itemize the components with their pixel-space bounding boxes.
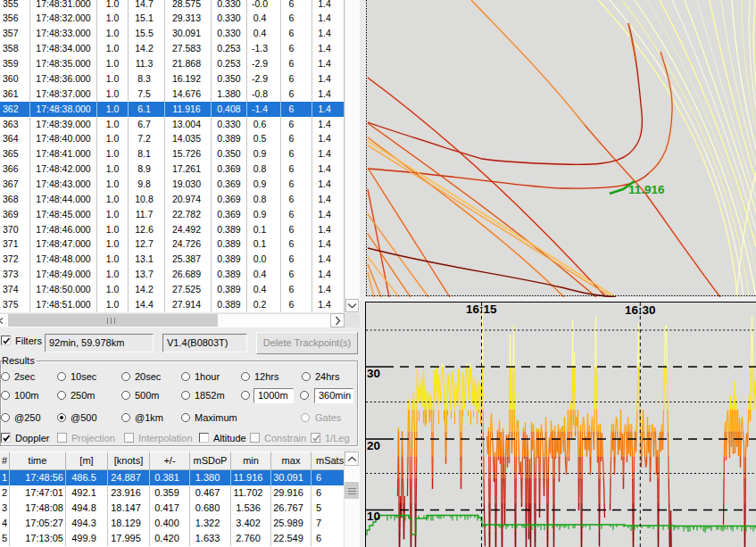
svg-text:30: 30 <box>367 367 380 380</box>
svg-text:16:15: 16:15 <box>466 303 497 316</box>
svg-text:16:30: 16:30 <box>625 303 656 317</box>
svg-text:10: 10 <box>367 510 380 523</box>
svg-text:20: 20 <box>367 439 380 452</box>
svg-text:11.916: 11.916 <box>628 183 665 196</box>
